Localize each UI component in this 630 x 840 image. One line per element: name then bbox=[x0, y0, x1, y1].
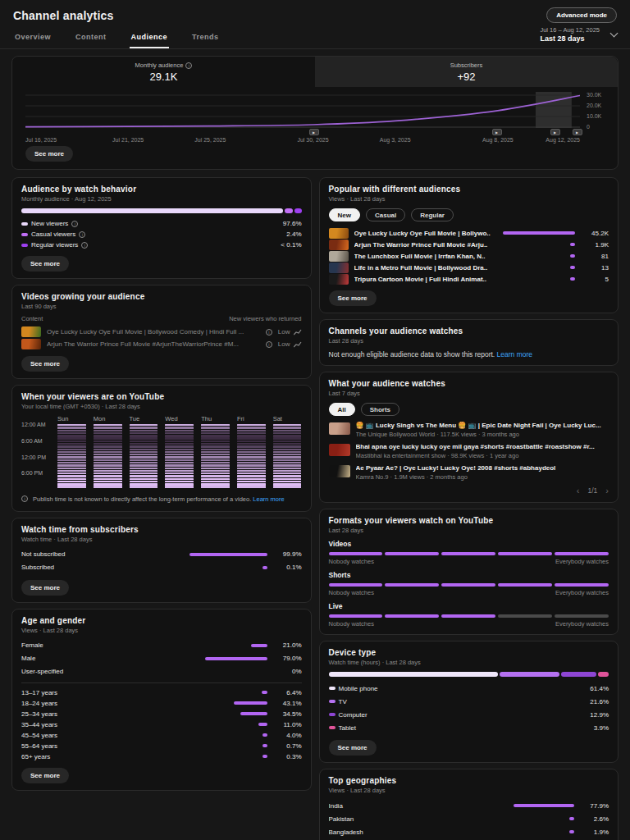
date-range-selector[interactable]: Jul 16 – Aug 12, 2025 Last 28 days bbox=[540, 26, 617, 43]
heatmap-cell[interactable] bbox=[201, 449, 230, 450]
heatmap-cell[interactable] bbox=[237, 456, 266, 458]
heatmap-cell[interactable] bbox=[165, 435, 194, 436]
heatmap-cell[interactable] bbox=[273, 445, 302, 447]
heatmap-cell[interactable] bbox=[201, 454, 230, 455]
heatmap-cell[interactable] bbox=[165, 475, 194, 477]
table-row[interactable]: 🍔 📺 Lucky Singh vs The Menu 🍔 📺 | Epic D… bbox=[329, 422, 609, 438]
heatmap-cell[interactable] bbox=[94, 462, 122, 463]
see-more-button[interactable]: See more bbox=[329, 290, 377, 306]
heatmap-cell[interactable] bbox=[57, 427, 86, 428]
heatmap-cell[interactable] bbox=[130, 459, 158, 461]
heatmap-cell[interactable] bbox=[130, 468, 158, 469]
heatmap-cell[interactable] bbox=[165, 427, 194, 428]
heatmap-cell[interactable] bbox=[273, 454, 302, 455]
heatmap-cell[interactable] bbox=[201, 464, 230, 466]
heatmap-cell[interactable] bbox=[237, 468, 266, 469]
heatmap-cell[interactable] bbox=[57, 475, 86, 477]
heatmap-cell[interactable] bbox=[237, 451, 266, 453]
tab-content[interactable]: Content bbox=[74, 26, 108, 48]
video-marker-icon[interactable] bbox=[492, 129, 502, 135]
learn-more-link[interactable]: Learn more bbox=[253, 495, 284, 503]
heatmap-cell[interactable] bbox=[201, 443, 230, 445]
heatmap-cell[interactable] bbox=[57, 481, 86, 482]
heatmap-cell[interactable] bbox=[94, 424, 122, 426]
heatmap-cell[interactable] bbox=[130, 483, 158, 485]
heatmap-cell[interactable] bbox=[237, 437, 266, 439]
heatmap-cell[interactable] bbox=[94, 472, 122, 474]
heatmap-cell[interactable] bbox=[237, 475, 266, 477]
heatmap-cell[interactable] bbox=[57, 470, 86, 472]
heatmap-cell[interactable] bbox=[165, 445, 194, 447]
heatmap-cell[interactable] bbox=[201, 451, 230, 453]
heatmap-cell[interactable] bbox=[273, 427, 302, 428]
heatmap-cell[interactable] bbox=[273, 430, 302, 431]
heatmap-cell[interactable] bbox=[273, 468, 302, 469]
heatmap-cell[interactable] bbox=[201, 441, 230, 442]
heatmap-cell[interactable] bbox=[57, 478, 86, 480]
video-marker-icon[interactable] bbox=[309, 129, 319, 135]
heatmap-cell[interactable] bbox=[94, 468, 122, 469]
heatmap-cell[interactable] bbox=[165, 456, 194, 458]
heatmap-cell[interactable] bbox=[165, 451, 194, 453]
heatmap-cell[interactable] bbox=[237, 462, 266, 463]
heatmap-cell[interactable] bbox=[94, 427, 122, 428]
heatmap-cell[interactable] bbox=[165, 481, 194, 482]
heatmap-cell[interactable] bbox=[130, 456, 158, 458]
heatmap-cell[interactable] bbox=[237, 430, 266, 431]
heatmap-cell[interactable] bbox=[237, 454, 266, 455]
heatmap-cell[interactable] bbox=[57, 430, 86, 431]
heatmap-cell[interactable] bbox=[130, 437, 158, 439]
heatmap-cell[interactable] bbox=[94, 483, 122, 485]
heatmap-cell[interactable] bbox=[273, 424, 302, 426]
heatmap-cell[interactable] bbox=[273, 481, 302, 482]
table-row[interactable]: Tripura Cartoon Movie | Full Hindi Anima… bbox=[329, 273, 609, 285]
heatmap-cell[interactable] bbox=[237, 432, 266, 434]
heatmap-cell[interactable] bbox=[273, 475, 302, 477]
heatmap-cell[interactable] bbox=[273, 443, 302, 445]
heatmap-cell[interactable] bbox=[201, 456, 230, 458]
heatmap-cell[interactable] bbox=[165, 432, 194, 434]
heatmap-cell[interactable] bbox=[130, 486, 158, 487]
table-row[interactable]: Ae Pyaar Ae? | Oye Lucky! Lucky Oye! 200… bbox=[329, 464, 609, 481]
heatmap-cell[interactable] bbox=[237, 435, 266, 436]
heatmap-cell[interactable] bbox=[57, 483, 86, 485]
see-more-button[interactable]: See more bbox=[21, 768, 69, 783]
heatmap-cell[interactable] bbox=[57, 459, 86, 461]
heatmap-cell[interactable] bbox=[130, 441, 158, 442]
table-row[interactable]: Arjun The Warrior Prince Full Movie #Arj… bbox=[21, 338, 302, 350]
heatmap-cell[interactable] bbox=[273, 435, 302, 436]
metric-card-monthly-audience[interactable]: Monthly audience29.1K bbox=[12, 57, 315, 87]
heatmap-cell[interactable] bbox=[165, 424, 194, 426]
heatmap-cell[interactable] bbox=[94, 441, 122, 442]
table-row[interactable]: The Lunchbox Full Movie | Irrfan Khan, N… bbox=[329, 250, 609, 262]
heatmap-cell[interactable] bbox=[201, 432, 230, 434]
heatmap-cell[interactable] bbox=[165, 472, 194, 474]
tab-overview[interactable]: Overview bbox=[13, 26, 52, 48]
heatmap-cell[interactable] bbox=[130, 481, 158, 482]
heatmap-cell[interactable] bbox=[130, 430, 158, 431]
heatmap-cell[interactable] bbox=[273, 464, 302, 466]
see-more-button[interactable]: See more bbox=[25, 146, 73, 162]
table-row[interactable]: Arjun The Warrior Prince Full Movie #Arj… bbox=[329, 239, 609, 250]
heatmap-cell[interactable] bbox=[201, 486, 230, 487]
tab-audience[interactable]: Audience bbox=[130, 26, 170, 48]
heatmap-cell[interactable] bbox=[94, 464, 122, 466]
heatmap-cell[interactable] bbox=[237, 449, 266, 450]
chip-all[interactable]: All bbox=[329, 403, 355, 416]
heatmap-cell[interactable] bbox=[201, 459, 230, 461]
heatmap-cell[interactable] bbox=[273, 449, 302, 450]
heatmap-cell[interactable] bbox=[273, 437, 302, 439]
heatmap-cell[interactable] bbox=[201, 483, 230, 485]
table-row[interactable]: Life in a Metro Full Movie | Bollywood D… bbox=[329, 262, 609, 273]
heatmap-cell[interactable] bbox=[94, 478, 122, 480]
advanced-mode-button[interactable]: Advanced mode bbox=[546, 7, 617, 23]
heatmap-cell[interactable] bbox=[273, 478, 302, 480]
heatmap-cell[interactable] bbox=[273, 470, 302, 472]
heatmap-cell[interactable] bbox=[201, 437, 230, 439]
heatmap-cell[interactable] bbox=[237, 486, 266, 487]
heatmap-cell[interactable] bbox=[273, 441, 302, 442]
heatmap-cell[interactable] bbox=[94, 449, 122, 450]
heatmap-cell[interactable] bbox=[57, 472, 86, 474]
heatmap-cell[interactable] bbox=[130, 432, 158, 434]
heatmap-cell[interactable] bbox=[165, 483, 194, 485]
